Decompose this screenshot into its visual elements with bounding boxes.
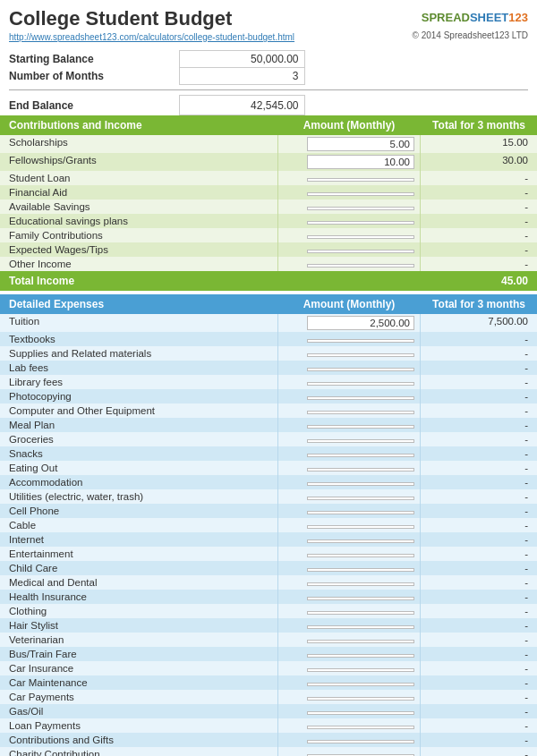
- expense-row-monthly[interactable]: 2,500.00: [277, 314, 421, 332]
- expense-row-monthly[interactable]: [277, 661, 421, 675]
- expense-row-name: Accommodation: [0, 475, 277, 489]
- expense-row: Cable-: [0, 518, 537, 532]
- expense-row-monthly[interactable]: [277, 504, 421, 518]
- income-row-name: Fellowships/Grants: [0, 153, 277, 171]
- income-rows: Scholarships5.0015.00Fellowships/Grants1…: [0, 135, 537, 271]
- income-row-monthly[interactable]: [277, 214, 421, 228]
- expense-row-monthly[interactable]: [277, 375, 421, 389]
- expense-row-monthly[interactable]: [277, 633, 421, 647]
- expense-row-monthly[interactable]: [277, 332, 421, 346]
- income-row-monthly[interactable]: [277, 200, 421, 214]
- income-row-monthly[interactable]: [277, 242, 421, 257]
- expense-row-monthly[interactable]: [277, 446, 421, 461]
- income-row-monthly[interactable]: [277, 171, 421, 185]
- expense-row-monthly[interactable]: [277, 361, 421, 375]
- url-link[interactable]: http://www.spreadsheet123.com/calculator…: [9, 32, 294, 42]
- expense-row-monthly[interactable]: [277, 346, 421, 361]
- expense-row-total: -: [421, 590, 537, 604]
- expense-row-name: Groceries: [0, 432, 277, 446]
- expense-row: Bus/Train Fare-: [0, 647, 537, 661]
- expense-row: Supplies and Related materials-: [0, 346, 537, 361]
- expense-row-monthly[interactable]: [277, 403, 421, 418]
- expense-row: Meal Plan-: [0, 418, 537, 432]
- income-row: Scholarships5.0015.00: [0, 135, 537, 153]
- income-row-total: -: [421, 200, 537, 214]
- summary-table: Starting Balance 50,000.00 Number of Mon…: [0, 50, 537, 115]
- expense-row-monthly[interactable]: [277, 389, 421, 403]
- income-row-total: -: [421, 185, 537, 200]
- starting-balance-label: Starting Balance: [9, 53, 94, 65]
- expense-row-name: Veterinarian: [0, 633, 277, 647]
- expense-row-monthly[interactable]: [277, 675, 421, 690]
- expense-row-total: -: [421, 618, 537, 633]
- income-row-monthly[interactable]: 10.00: [277, 153, 421, 171]
- expense-row-monthly[interactable]: [277, 518, 421, 532]
- expense-row-monthly[interactable]: [277, 547, 421, 561]
- expense-row-monthly[interactable]: [277, 489, 421, 504]
- expense-row-monthly[interactable]: [277, 432, 421, 446]
- income-row-monthly[interactable]: [277, 228, 421, 242]
- expense-row-monthly[interactable]: [277, 475, 421, 489]
- income-row: Financial Aid-: [0, 185, 537, 200]
- expense-row: Car Maintenance-: [0, 675, 537, 690]
- expense-row-monthly[interactable]: [277, 418, 421, 432]
- expense-row-monthly[interactable]: [277, 461, 421, 475]
- expense-row-monthly[interactable]: [277, 590, 421, 604]
- expense-row-name: Textbooks: [0, 332, 277, 346]
- expense-row-monthly[interactable]: [277, 747, 421, 756]
- expense-row-monthly[interactable]: [277, 561, 421, 575]
- expense-row: Photocopying-: [0, 389, 537, 403]
- copyright: © 2014 Spreadsheet123 LTD: [413, 30, 529, 40]
- expense-row-name: Computer and Other Equipment: [0, 403, 277, 418]
- income-row-name: Available Savings: [0, 200, 277, 214]
- income-row: Student Loan-: [0, 171, 537, 185]
- income-row-monthly[interactable]: [277, 257, 421, 271]
- expense-row-name: Gas/Oil: [0, 704, 277, 718]
- income-row-total: -: [421, 242, 537, 257]
- expense-row-total: -: [421, 547, 537, 561]
- expense-row-name: Cable: [0, 518, 277, 532]
- expense-row-name: Hair Stylist: [0, 618, 277, 633]
- num-months-value[interactable]: 3: [179, 68, 304, 85]
- income-row-name: Financial Aid: [0, 185, 277, 200]
- expense-row: Accommodation-: [0, 475, 537, 489]
- expense-row-monthly[interactable]: [277, 575, 421, 590]
- expense-row: Snacks-: [0, 446, 537, 461]
- expense-row: Internet-: [0, 532, 537, 547]
- income-row-monthly[interactable]: [277, 185, 421, 200]
- expense-row-name: Utilities (electric, water, trash): [0, 489, 277, 504]
- income-row-name: Other Income: [0, 257, 277, 271]
- expense-row-monthly[interactable]: [277, 647, 421, 661]
- expense-row-monthly[interactable]: [277, 532, 421, 547]
- expense-row-total: -: [421, 389, 537, 403]
- expense-row-monthly[interactable]: [277, 618, 421, 633]
- expense-row: Utilities (electric, water, trash)-: [0, 489, 537, 504]
- expense-row: Groceries-: [0, 432, 537, 446]
- expense-row-monthly[interactable]: [277, 690, 421, 704]
- expense-row-name: Child Care: [0, 561, 277, 575]
- income-row-total: -: [421, 171, 537, 185]
- end-balance-label: End Balance: [9, 99, 73, 112]
- expense-row-total: 7,500.00: [421, 314, 537, 332]
- end-balance-value: 42,545.00: [179, 96, 304, 115]
- expense-row: Clothing-: [0, 604, 537, 618]
- expense-row-monthly[interactable]: [277, 733, 421, 747]
- income-row-monthly[interactable]: 5.00: [277, 135, 421, 153]
- expense-row-monthly[interactable]: [277, 718, 421, 733]
- expense-row-name: Snacks: [0, 446, 277, 461]
- income-row: Family Contributions-: [0, 228, 537, 242]
- income-row-total: 30.00: [421, 153, 537, 171]
- expense-row-monthly[interactable]: [277, 704, 421, 718]
- expense-row: Medical and Dental-: [0, 575, 537, 590]
- expense-row-name: Internet: [0, 532, 277, 547]
- expense-row: Computer and Other Equipment-: [0, 403, 537, 418]
- expense-row-total: -: [421, 418, 537, 432]
- expense-row-total: -: [421, 532, 537, 547]
- expense-row-name: Bus/Train Fare: [0, 647, 277, 661]
- expense-row: Loan Payments-: [0, 718, 537, 733]
- expense-row-monthly[interactable]: [277, 604, 421, 618]
- expense-row-name: Loan Payments: [0, 718, 277, 733]
- expense-row-total: -: [421, 361, 537, 375]
- income-row: Other Income-: [0, 257, 537, 271]
- starting-balance-value[interactable]: 50,000.00: [179, 51, 304, 68]
